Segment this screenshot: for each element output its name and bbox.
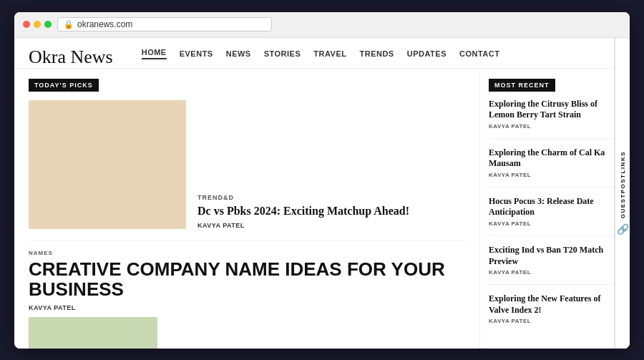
nav-news[interactable]: NEWS — [226, 49, 251, 58]
site-navigation: Okra News HOME EVENTS NEWS STORIES TRAVE… — [14, 38, 630, 69]
browser-chrome: 🔒 okranews.com — [14, 12, 630, 38]
bottom-featured-info: RELEASE The Handmaid's Tale Season 6 Rel… — [169, 317, 399, 349]
nav-trends[interactable]: TRENDS — [359, 49, 394, 58]
nav-events[interactable]: EVENTS — [180, 49, 213, 58]
center-content: TODAY'S PICKS TREND&D Dc vs Pbks 2024: E… — [14, 69, 479, 349]
featured-image — [29, 100, 186, 229]
traffic-lights — [23, 21, 52, 28]
bottom-featured-area: RELEASE The Handmaid's Tale Season 6 Rel… — [29, 317, 465, 349]
bottom-featured-image — [29, 317, 157, 349]
guestpostlinks-icon: 🔗 — [617, 223, 629, 235]
nav-travel[interactable]: TRAVEL — [313, 49, 346, 58]
most-recent-label: MOST RECENT — [489, 79, 555, 92]
sidebar-article-title-1[interactable]: Exploring the Citrusy Bliss of Lemon Ber… — [489, 99, 621, 121]
section-label: TODAY'S PICKS — [29, 79, 99, 92]
sidebar-article-5: Exploring the New Features of Valve Inde… — [489, 293, 621, 333]
sidebar-author-1: KAVYA PATEL — [489, 123, 621, 130]
sidebar-article-1: Exploring the Citrusy Bliss of Lemon Ber… — [489, 99, 621, 139]
site-logo: Okra News — [29, 47, 113, 68]
browser-window: 🔒 okranews.com Okra News HOME EVENTS NEW… — [14, 12, 630, 349]
address-bar[interactable]: 🔒 okranews.com — [57, 17, 272, 31]
featured-title[interactable]: Dc vs Pbks 2024: Exciting Matchup Ahead! — [197, 204, 465, 219]
sidebar-article-title-4[interactable]: Exciting Ind vs Ban T20 Match Preview — [489, 245, 621, 267]
nav-stories[interactable]: STORIES — [264, 49, 301, 58]
featured-area: TREND&D Dc vs Pbks 2024: Exciting Matchu… — [29, 100, 465, 229]
bottom-title[interactable]: CREATIVE COMPANY NAME IDEAS FOR YOUR BUS… — [29, 259, 465, 300]
sidebar-author-5: KAVYA PATEL — [489, 318, 621, 324]
close-button[interactable] — [23, 21, 30, 28]
maximize-button[interactable] — [44, 21, 52, 28]
lock-icon: 🔒 — [64, 20, 74, 29]
guestpostlinks-text: GUESTPOSTLINKS — [620, 151, 626, 218]
sidebar-author-4: KAVYA PATEL — [489, 269, 621, 276]
minimize-button[interactable] — [34, 21, 41, 28]
main-layout: TODAY'S PICKS TREND&D Dc vs Pbks 2024: E… — [14, 69, 630, 349]
sidebar-author-2: KAVYA PATEL — [489, 172, 621, 178]
nav-updates[interactable]: UPDATES — [407, 49, 447, 58]
featured-category: TREND&D — [197, 194, 465, 201]
guestpostlinks-widget[interactable]: GUESTPOSTLINKS 🔗 — [614, 38, 630, 349]
sidebar-article-4: Exciting Ind vs Ban T20 Match Preview KA… — [489, 245, 621, 285]
website-content: Okra News HOME EVENTS NEWS STORIES TRAVE… — [14, 38, 630, 349]
sidebar-author-3: KAVYA PATEL — [489, 220, 621, 227]
sidebar-article-title-3[interactable]: Hocus Pocus 3: Release Date Anticipation — [489, 196, 621, 218]
url-text: okranews.com — [77, 19, 132, 29]
bottom-article-area: NAMES CREATIVE COMPANY NAME IDEAS FOR YO… — [29, 240, 465, 311]
nav-contact[interactable]: CONTACT — [459, 49, 499, 58]
sidebar-article-3: Hocus Pocus 3: Release Date Anticipation… — [489, 196, 621, 236]
bottom-author: KAVYA PATEL — [29, 304, 465, 311]
featured-author: KAVYA PATEL — [197, 222, 465, 229]
sidebar-article-title-5[interactable]: Exploring the New Features of Valve Inde… — [489, 293, 621, 316]
sidebar-article-2: Exploring the Charm of Cal Ka Mausam KAV… — [489, 147, 621, 188]
nav-home[interactable]: HOME — [142, 48, 167, 59]
featured-article-info: TREND&D Dc vs Pbks 2024: Exciting Matchu… — [197, 100, 465, 229]
right-sidebar: MOST RECENT Exploring the Citrusy Bliss … — [479, 69, 630, 349]
nav-links: HOME EVENTS NEWS STORIES TRAVEL TRENDS U… — [142, 48, 500, 67]
sidebar-article-title-2[interactable]: Exploring the Charm of Cal Ka Mausam — [489, 147, 621, 170]
bottom-category: NAMES — [29, 250, 465, 256]
